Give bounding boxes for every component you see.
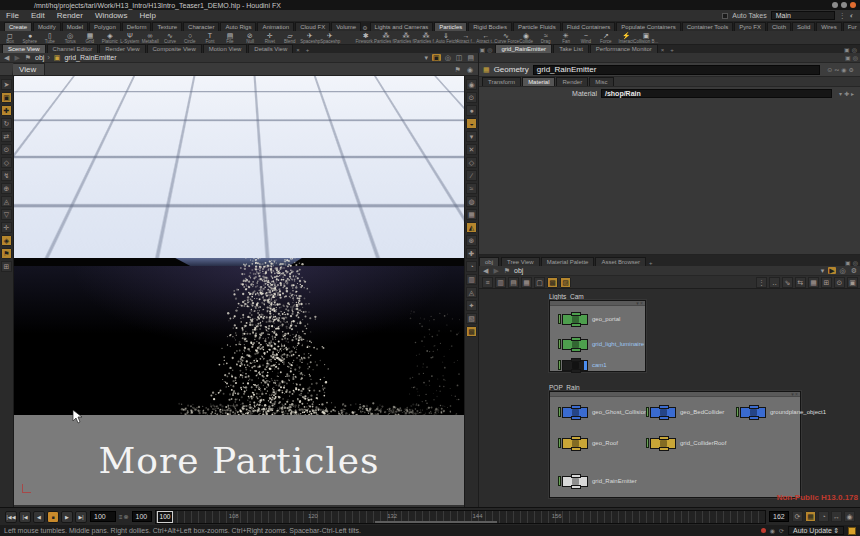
viewport-display-icon[interactable]: ▩ bbox=[466, 326, 477, 337]
viewport-display-icon[interactable]: ≈ bbox=[466, 183, 477, 194]
path-bookmark-icon[interactable]: ⚑ bbox=[503, 267, 511, 274]
shelf-tab[interactable]: Fur bbox=[843, 22, 860, 31]
network-tool-icon[interactable]: ▣ bbox=[847, 277, 858, 288]
pane-tab[interactable]: Composite View bbox=[147, 44, 202, 53]
viewport-display-icon[interactable]: ⊛ bbox=[466, 235, 477, 246]
pathbar-icon[interactable]: ◫ bbox=[455, 54, 464, 61]
viewport-display-icon[interactable]: ▥ bbox=[466, 274, 477, 285]
network-box-title[interactable]: Lights_Cam bbox=[549, 293, 584, 300]
node-body[interactable] bbox=[562, 314, 588, 325]
param-header-icon[interactable]: ⚙ bbox=[849, 67, 854, 73]
node-body[interactable] bbox=[740, 407, 766, 418]
viewport-display-icon[interactable]: ✕ bbox=[466, 144, 477, 155]
shelf-tab[interactable]: Texture bbox=[152, 22, 182, 31]
take-menu-icon[interactable]: ⋮ bbox=[839, 12, 846, 19]
view-header-icon[interactable]: ◉ bbox=[466, 66, 474, 73]
viewport-tool-icon[interactable]: ✚ bbox=[1, 105, 12, 116]
viewport-tool-icon[interactable]: ◇ bbox=[1, 157, 12, 168]
network-path-icon[interactable]: ▶ bbox=[828, 267, 835, 274]
network-node[interactable]: groundplane_object1 bbox=[736, 406, 826, 418]
viewport-tool-icon[interactable]: ▽ bbox=[1, 209, 12, 220]
network-tool-icon[interactable]: ▦ bbox=[808, 277, 819, 288]
network-tool-icon[interactable]: ▦ bbox=[521, 277, 532, 288]
shelf-tab[interactable]: Cloth bbox=[767, 22, 791, 31]
shelf-tab[interactable]: Container Tools bbox=[682, 22, 734, 31]
network-editor-canvas[interactable]: Lights_Cam ▾ × geo_portal grid_light_lum… bbox=[479, 289, 860, 507]
viewport-display-icon[interactable]: ∕ bbox=[466, 170, 477, 181]
viewport-display-icon[interactable]: ◉ bbox=[466, 79, 477, 90]
network-node[interactable]: grid_ColliderRoof bbox=[646, 437, 726, 449]
playbar-option-icon[interactable]: ◉ bbox=[844, 511, 855, 522]
transport-button[interactable]: ◀ bbox=[33, 511, 45, 523]
network-box-header[interactable]: ▾ × bbox=[550, 392, 800, 397]
viewport-display-icon[interactable]: ✚ bbox=[466, 248, 477, 259]
network-node[interactable]: geo_BedCollider bbox=[646, 406, 724, 418]
pane-tab[interactable]: Motion View bbox=[203, 44, 248, 53]
network-path-icon[interactable]: ⚙ bbox=[850, 267, 858, 274]
shelf-tab[interactable]: Auto Rigs bbox=[220, 22, 256, 31]
shelf-tab[interactable]: Fluid Containers bbox=[562, 22, 616, 31]
viewport-tool-icon[interactable]: ⊙ bbox=[1, 144, 12, 155]
material-path-field[interactable]: /shop/Rain bbox=[601, 89, 832, 98]
viewport-display-icon[interactable]: ◍ bbox=[466, 196, 477, 207]
shelf-tab[interactable]: Solid bbox=[792, 22, 815, 31]
parameter-tab[interactable]: Material bbox=[522, 77, 555, 86]
network-box-header[interactable]: ▾ × bbox=[550, 301, 645, 306]
path-back-icon[interactable]: ◀ bbox=[3, 54, 10, 61]
pane-tab[interactable]: Performance Monitor bbox=[590, 44, 658, 53]
menu-item[interactable]: Edit bbox=[25, 11, 51, 20]
timeline-scrollbar[interactable] bbox=[375, 521, 497, 523]
pane-tab[interactable]: Asset Browser bbox=[595, 257, 646, 266]
shelf-tab[interactable]: Model bbox=[62, 22, 88, 31]
pane-tab[interactable]: Scene View bbox=[2, 44, 46, 53]
refresh-icon[interactable]: ⟳ bbox=[779, 528, 784, 534]
shelf-tab[interactable]: Deform bbox=[122, 22, 152, 31]
node-body[interactable] bbox=[562, 339, 588, 350]
pane-tab[interactable]: Material Palette bbox=[541, 257, 595, 266]
network-tool-icon[interactable]: ‥ bbox=[769, 277, 780, 288]
transport-button[interactable]: ■ bbox=[47, 511, 59, 523]
path-back-icon[interactable]: ◀ bbox=[482, 267, 489, 274]
parameter-tab[interactable]: Transform bbox=[482, 77, 521, 86]
playbar-option-icon[interactable]: ▦ bbox=[805, 511, 816, 522]
menu-item[interactable]: Windows bbox=[89, 11, 133, 20]
update-mode-icon[interactable] bbox=[848, 527, 856, 535]
transport-button[interactable]: |◀◀ bbox=[5, 511, 17, 523]
pane-tab[interactable]: Details View bbox=[248, 44, 293, 53]
auto-update-selector[interactable]: Auto Update⇕ bbox=[788, 526, 844, 535]
viewport-tool-icon[interactable]: ↻ bbox=[1, 118, 12, 129]
node-body[interactable] bbox=[650, 407, 676, 418]
shelf-tab[interactable]: Particles bbox=[434, 22, 467, 31]
param-header-icon[interactable]: ∾ bbox=[834, 67, 839, 73]
node-display-flag[interactable] bbox=[558, 314, 561, 324]
node-display-flag[interactable] bbox=[646, 407, 649, 417]
viewport-tool-icon[interactable]: ⊞ bbox=[1, 261, 12, 272]
shelf-tab[interactable]: Modify bbox=[33, 22, 61, 31]
pathbar-icon[interactable]: ◎ bbox=[444, 54, 452, 61]
viewport-tool-icon[interactable]: ▣ bbox=[1, 92, 12, 103]
viewport-display-icon[interactable]: ▧ bbox=[466, 313, 477, 324]
playbar-mid-icon[interactable]: ≡ bbox=[119, 514, 123, 520]
path-forward-icon[interactable]: ▶ bbox=[13, 54, 20, 61]
node-display-flag[interactable] bbox=[558, 438, 561, 448]
shelf-tab[interactable]: Volume bbox=[331, 22, 361, 31]
viewport-display-icon[interactable]: ✦ bbox=[466, 300, 477, 311]
menu-item[interactable]: Render bbox=[51, 11, 89, 20]
view-header-icon[interactable]: ⚑ bbox=[454, 66, 462, 73]
timeline-ruler[interactable]: 100 108120132144156 bbox=[155, 510, 766, 524]
node-display-flag[interactable] bbox=[558, 407, 561, 417]
network-tool-icon[interactable]: ⊙ bbox=[834, 277, 845, 288]
pane-tab[interactable]: Take List bbox=[553, 44, 589, 53]
shelf-tab[interactable]: Particle Fluids bbox=[513, 22, 561, 31]
network-editor-tab[interactable]: obj bbox=[479, 257, 499, 266]
menu-item[interactable]: File bbox=[0, 11, 25, 20]
node-display-flag[interactable] bbox=[646, 438, 649, 448]
playbar-mid-icon[interactable]: ⊗ bbox=[124, 514, 129, 520]
network-box-lights-cam[interactable]: ▾ × geo_portal grid_light_luminaire bbox=[549, 300, 646, 372]
param-header-icon[interactable]: ◉ bbox=[841, 67, 846, 73]
path-forward-icon[interactable]: ▶ bbox=[492, 267, 499, 274]
parameter-tab[interactable]: Misc bbox=[589, 77, 613, 86]
path-bookmark-icon[interactable]: ⚑ bbox=[24, 54, 32, 61]
network-node[interactable]: grid_RainEmitter bbox=[558, 475, 637, 487]
viewport-3d-scene[interactable]: More Particles bbox=[14, 76, 464, 505]
